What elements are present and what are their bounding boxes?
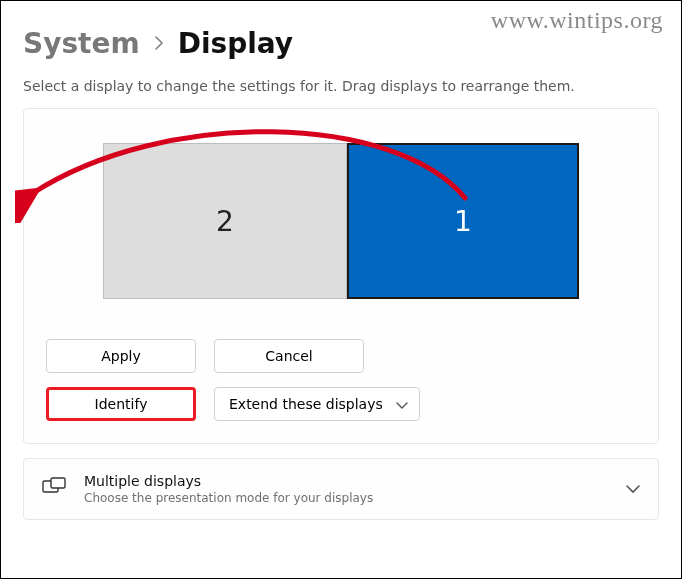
svg-rect-1	[51, 478, 65, 488]
multiple-displays-title: Multiple displays	[84, 473, 608, 489]
identify-button[interactable]: Identify	[46, 387, 196, 421]
breadcrumb-current: Display	[178, 27, 293, 60]
watermark: www.wintips.org	[491, 7, 663, 34]
multiple-displays-icon	[42, 477, 66, 501]
apply-button[interactable]: Apply	[46, 339, 196, 373]
chevron-down-icon	[626, 480, 640, 499]
monitor-arrangement: 2 1	[46, 143, 636, 299]
instruction-text: Select a display to change the settings …	[23, 78, 659, 94]
monitor-1[interactable]: 1	[347, 143, 579, 299]
cancel-button[interactable]: Cancel	[214, 339, 364, 373]
display-mode-selected[interactable]: Extend these displays	[214, 387, 420, 421]
multiple-displays-subtitle: Choose the presentation mode for your di…	[84, 491, 608, 505]
chevron-right-icon	[154, 33, 164, 54]
display-mode-select[interactable]: Extend these displays	[214, 387, 420, 421]
display-arrangement-card: 2 1 Apply Cancel Identify Extend these d…	[23, 108, 659, 444]
multiple-displays-card[interactable]: Multiple displays Choose the presentatio…	[23, 458, 659, 520]
monitor-2[interactable]: 2	[103, 143, 347, 299]
breadcrumb-parent[interactable]: System	[23, 27, 140, 60]
